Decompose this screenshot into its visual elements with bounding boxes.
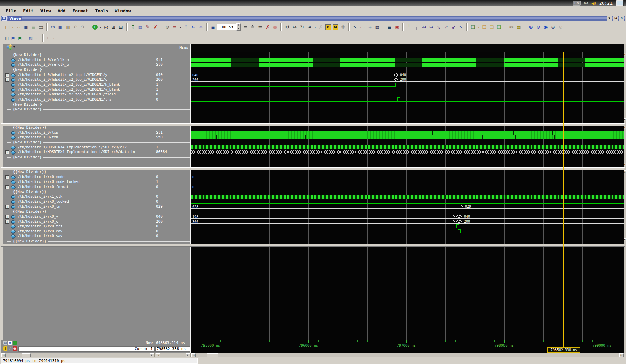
scroll-left-icon[interactable]: ◄: [1, 353, 6, 357]
cut-wave-dropdown[interactable]: ▾: [477, 23, 481, 31]
insert-cursor-button[interactable]: ┴: [405, 23, 413, 31]
select-mode-button[interactable]: ↖: [351, 23, 359, 31]
scroll-up-icon[interactable]: ▲: [624, 170, 626, 173]
menu-file[interactable]: File: [3, 7, 19, 15]
cut-wave-button[interactable]: ❏: [469, 23, 477, 31]
pane-splitter[interactable]: [1, 123, 625, 126]
speaker-icon[interactable]: ◀): [591, 1, 596, 6]
continue-run-button[interactable]: ≙: [249, 23, 256, 31]
expand-button[interactable]: +: [5, 175, 9, 179]
values-wave-splitter[interactable]: [190, 44, 191, 353]
divider-row[interactable]: {{New Divider}}: [11, 209, 48, 214]
scrollbar-thumb[interactable]: [22, 353, 31, 357]
scroll-up-icon[interactable]: ▲: [624, 53, 626, 56]
column-layout-button[interactable]: ◫: [4, 35, 10, 41]
insert-wave-button[interactable]: ❏: [495, 23, 503, 31]
menu-window[interactable]: Window: [112, 7, 134, 15]
monitor-icon[interactable]: ▣: [8, 341, 12, 345]
pan-mode-button[interactable]: +: [366, 23, 374, 31]
divider-row[interactable]: {{New Divider}}: [11, 239, 48, 244]
go-back-button[interactable]: ←: [190, 23, 197, 31]
delete-cursor-button[interactable]: ┬: [413, 23, 420, 31]
divider-row[interactable]: {New Divider}: [11, 67, 43, 72]
edit-mode-button[interactable]: ▦: [374, 23, 381, 31]
wave-titlebar[interactable]: ▦ Wave ✥ ◪ ✕: [1, 16, 625, 21]
divider-row[interactable]: {{New Divider}}: [11, 190, 48, 194]
run-all-button[interactable]: ≡: [256, 23, 264, 31]
environment-dropdown-arrow[interactable]: ▾: [179, 23, 182, 31]
scroll-down-icon[interactable]: ▼: [624, 163, 626, 166]
menu-view[interactable]: View: [37, 7, 54, 15]
objects-pane-button[interactable]: ▣: [10, 35, 17, 41]
names-values-splitter[interactable]: [155, 44, 155, 353]
expand-button[interactable]: +: [5, 220, 9, 224]
divider-row[interactable]: {{New Divider}}: [11, 170, 48, 174]
next-rising-edge-button[interactable]: ↗: [442, 23, 450, 31]
wave-export-icon[interactable]: ▤: [3, 341, 7, 345]
zoom-out-button[interactable]: ⊖: [535, 23, 542, 31]
display-icon[interactable]: [616, 0, 623, 6]
expand-button[interactable]: +: [5, 150, 9, 154]
scroll-right-icon[interactable]: ►: [186, 353, 190, 357]
menu-tools[interactable]: Tools: [92, 7, 111, 15]
add-green-icon[interactable]: +: [13, 341, 17, 345]
zoom-full-button[interactable]: ◉: [542, 23, 549, 31]
memory-button[interactable]: ▦: [137, 23, 144, 31]
header-dropdown-icon[interactable]: ▾: [13, 45, 15, 48]
paste-wave-button[interactable]: ❏: [488, 23, 495, 31]
stop-icon[interactable]: ●: [13, 346, 17, 351]
collapse-hierarchy-button[interactable]: ⊟: [117, 23, 125, 31]
language-indicator[interactable]: En: [573, 1, 581, 6]
next-transition-button[interactable]: ↦: [428, 23, 435, 31]
expand-button[interactable]: +: [5, 78, 9, 82]
prev-falling-edge-button[interactable]: ↙: [450, 23, 457, 31]
expand-button[interactable]: +: [5, 73, 9, 77]
zoom-mode-button[interactable]: ▭: [359, 23, 366, 31]
spinner-down-icon[interactable]: ▼: [236, 27, 241, 31]
divider-row[interactable]: {New Divider}: [11, 140, 43, 145]
save-button[interactable]: ▣: [22, 23, 30, 31]
close-button[interactable]: ✕: [619, 16, 624, 21]
restart-button[interactable]: ↺: [283, 23, 291, 31]
menu-add[interactable]: Add: [55, 7, 69, 15]
run-button[interactable]: ≡: [242, 23, 249, 31]
expand-button[interactable]: +: [5, 215, 9, 219]
cursor-name-cell[interactable]: Cursor 1: [18, 346, 155, 352]
copy-button[interactable]: ▣: [57, 23, 64, 31]
divider-row[interactable]: {New Divider}: [11, 107, 43, 112]
paste-button[interactable]: ▥: [64, 23, 72, 31]
cut-button[interactable]: ✂: [49, 23, 57, 31]
print-button[interactable]: ▤: [37, 23, 45, 31]
go-up-button[interactable]: ↑: [182, 23, 190, 31]
virtual-objects-button[interactable]: ≣: [386, 23, 393, 31]
run-length-button[interactable]: ↦: [291, 23, 298, 31]
tools-icon[interactable]: /: [8, 346, 12, 351]
lock-icon[interactable]: ▮: [3, 346, 7, 351]
dock-button[interactable]: ✥: [607, 16, 612, 21]
open-file-button[interactable]: ▱: [15, 23, 22, 31]
scrollbar-track[interactable]: ◄►: [1, 353, 155, 357]
scrollbar-track[interactable]: ◄►: [191, 353, 624, 357]
scroll-down-icon[interactable]: ▼: [624, 118, 626, 121]
divider-row[interactable]: {New Divider}: [11, 102, 43, 107]
scroll-down-icon[interactable]: ▼: [624, 238, 626, 241]
pattern-pane-button[interactable]: ▨: [28, 35, 34, 41]
edit-note-button[interactable]: ✎: [144, 23, 152, 31]
scroll-right-icon[interactable]: ►: [619, 353, 624, 357]
prev-rising-edge-button[interactable]: ↖: [457, 23, 465, 31]
divider-row[interactable]: {New Divider}: [11, 53, 43, 57]
scrollbar-track[interactable]: ◄►: [156, 353, 191, 357]
dataset-button[interactable]: ⊘: [164, 23, 171, 31]
pane-splitter[interactable]: [1, 167, 625, 170]
add-selected-button[interactable]: +: [91, 23, 99, 31]
run-all-dropdown[interactable]: ▾: [313, 23, 317, 31]
wave-pane-button[interactable]: ▣: [17, 35, 23, 41]
scroll-right-icon[interactable]: ►: [150, 353, 154, 357]
continue-button[interactable]: ↻: [298, 23, 306, 31]
scrollbar-thumb[interactable]: [207, 353, 218, 357]
pane-splitter[interactable]: [1, 244, 625, 247]
next-falling-edge-button[interactable]: ↘: [435, 23, 442, 31]
mail-icon[interactable]: ✉: [584, 1, 588, 5]
clip-cut-button[interactable]: ✄: [508, 23, 515, 31]
environment-dropdown[interactable]: ≡: [171, 23, 179, 31]
